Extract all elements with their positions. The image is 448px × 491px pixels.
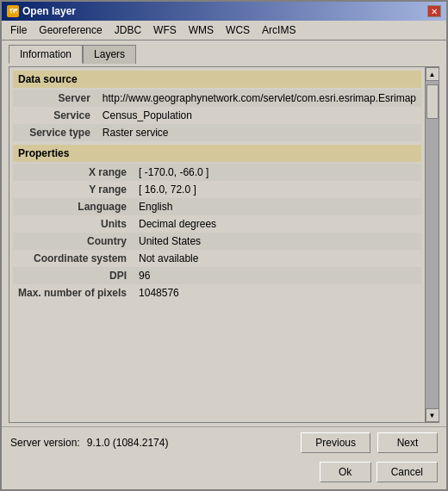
tab-layers[interactable]: Layers bbox=[83, 45, 136, 64]
title-bar: 🗺 Open layer ✕ bbox=[2, 2, 446, 21]
service-value: Census_Population bbox=[97, 107, 421, 124]
table-row: DPI 96 bbox=[13, 267, 421, 284]
table-row: Country United States bbox=[13, 233, 421, 250]
scroll-content[interactable]: Data source Server http://www.geographyn… bbox=[9, 67, 425, 422]
service-type-label: Service type bbox=[13, 124, 97, 141]
tab-information[interactable]: Information bbox=[9, 45, 83, 64]
server-label: Server bbox=[13, 90, 97, 107]
coordinate-system-value: Not available bbox=[134, 250, 421, 267]
menu-wfs[interactable]: WFS bbox=[148, 22, 182, 38]
menu-georeference[interactable]: Georeference bbox=[34, 22, 107, 38]
menu-bar: File Georeference JDBC WFS WMS WCS ArcIM… bbox=[2, 21, 446, 40]
service-label: Service bbox=[13, 107, 97, 124]
language-value: English bbox=[134, 198, 421, 215]
table-row: Language English bbox=[13, 198, 421, 215]
server-value: http://www.geographynetwork.com/servlet/… bbox=[97, 90, 421, 107]
scrollbar-track[interactable] bbox=[426, 81, 439, 408]
country-value: United States bbox=[134, 233, 421, 250]
units-value: Decimal degrees bbox=[134, 215, 421, 233]
dpi-label: DPI bbox=[13, 267, 134, 284]
country-label: Country bbox=[13, 233, 134, 250]
language-label: Language bbox=[13, 198, 134, 215]
ok-button[interactable]: Ok bbox=[320, 462, 371, 482]
x-range-label: X range bbox=[13, 164, 134, 181]
y-range-value: [ 16.0, 72.0 ] bbox=[134, 181, 421, 198]
scroll-down-button[interactable]: ▼ bbox=[426, 408, 439, 422]
info-panel: Data source Server http://www.geographyn… bbox=[9, 66, 439, 423]
previous-button[interactable]: Previous bbox=[301, 432, 370, 453]
dpi-value: 96 bbox=[134, 267, 421, 284]
table-row: Units Decimal degrees bbox=[13, 215, 421, 233]
menu-file[interactable]: File bbox=[5, 22, 32, 38]
main-window: 🗺 Open layer ✕ File Georeference JDBC WF… bbox=[0, 0, 448, 491]
action-bar: Ok Cancel bbox=[2, 458, 446, 489]
window-icon: 🗺 bbox=[7, 5, 19, 17]
max-pixels-label: Max. number of pixels bbox=[13, 284, 134, 301]
menu-jdbc[interactable]: JDBC bbox=[109, 22, 146, 38]
table-row: Max. number of pixels 1048576 bbox=[13, 284, 421, 301]
table-row: Y range [ 16.0, 72.0 ] bbox=[13, 181, 421, 198]
content-area: Data source Server http://www.geographyn… bbox=[2, 63, 446, 426]
table-row: Coordinate system Not available bbox=[13, 250, 421, 267]
properties-table: X range [ -170.0, -66.0 ] Y range [ 16.0… bbox=[13, 164, 421, 301]
scrollbar[interactable]: ▲ ▼ bbox=[425, 67, 439, 422]
max-pixels-value: 1048576 bbox=[134, 284, 421, 301]
data-source-table: Server http://www.geographynetwork.com/s… bbox=[13, 90, 421, 141]
scrollbar-thumb[interactable] bbox=[426, 84, 439, 119]
menu-wms[interactable]: WMS bbox=[184, 22, 219, 38]
x-range-value: [ -170.0, -66.0 ] bbox=[134, 164, 421, 181]
server-version-value: 9.1.0 (1084.2174) bbox=[87, 437, 295, 449]
table-row: Service Census_Population bbox=[13, 107, 421, 124]
title-bar-left: 🗺 Open layer bbox=[7, 5, 76, 17]
data-source-header: Data source bbox=[13, 71, 421, 88]
scroll-up-button[interactable]: ▲ bbox=[426, 67, 439, 81]
properties-header: Properties bbox=[13, 145, 421, 162]
table-row: Service type Raster service bbox=[13, 124, 421, 141]
table-row: X range [ -170.0, -66.0 ] bbox=[13, 164, 421, 181]
menu-arcims[interactable]: ArcIMS bbox=[257, 22, 301, 38]
table-row: Server http://www.geographynetwork.com/s… bbox=[13, 90, 421, 107]
coordinate-system-label: Coordinate system bbox=[13, 250, 134, 267]
window-title: Open layer bbox=[22, 5, 76, 17]
next-button[interactable]: Next bbox=[377, 432, 438, 453]
menu-wcs[interactable]: WCS bbox=[221, 22, 255, 38]
tab-bar: Information Layers bbox=[2, 40, 446, 63]
bottom-bar: Server version: 9.1.0 (1084.2174) Previo… bbox=[2, 426, 446, 458]
close-button[interactable]: ✕ bbox=[427, 5, 441, 17]
y-range-label: Y range bbox=[13, 181, 134, 198]
units-label: Units bbox=[13, 215, 134, 233]
server-version-label: Server version: bbox=[10, 437, 80, 449]
cancel-button[interactable]: Cancel bbox=[376, 462, 438, 482]
service-type-value: Raster service bbox=[97, 124, 421, 141]
